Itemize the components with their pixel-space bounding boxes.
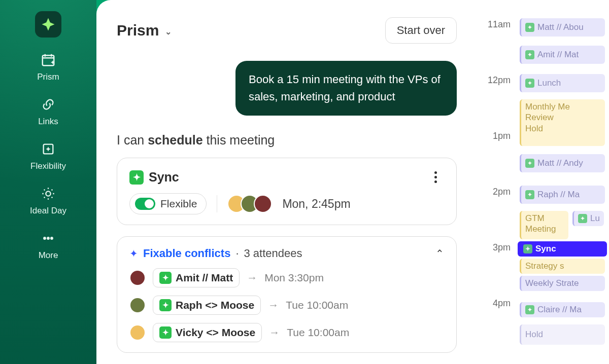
calendar-event[interactable]: Monthly MeReviewHold: [520, 99, 605, 146]
event-title: Matt // Abou: [537, 22, 584, 32]
user-message-bubble: Book a 15 min meeting with the VPs of sa…: [235, 61, 457, 116]
nav-label: Ideal Day: [30, 206, 66, 216]
nav-prism[interactable]: Prism: [37, 52, 59, 82]
avatar: [129, 270, 146, 286]
calendar-event[interactable]: GTMMeeting: [520, 211, 568, 239]
svg-point-3: [44, 237, 46, 240]
calendar-event[interactable]: Hold: [520, 324, 605, 345]
calendar-event[interactable]: ✦Lu: [572, 211, 604, 226]
separator: ·: [235, 247, 239, 260]
sparkle-badge-icon: ✦: [525, 79, 534, 88]
svg-point-5: [51, 237, 53, 240]
page-title: Prism: [117, 22, 159, 39]
calendar-preview: 11am12pm1pm2pm3pm4pm ✦Matt // Abou✦Amit …: [472, 0, 609, 364]
flexible-label: Flexible: [160, 198, 197, 210]
event-title: Lu: [590, 213, 600, 224]
more-dots-icon: [40, 230, 56, 246]
collapse-caret[interactable]: ⌃: [435, 247, 444, 260]
sparkle-badge-icon: ✦: [525, 23, 534, 32]
calendar-event[interactable]: ✦Amit // Mat: [520, 46, 605, 64]
divider: [217, 195, 217, 212]
sparkle-square-icon: [40, 141, 56, 157]
event-title: Raph // Ma: [537, 190, 580, 200]
conflict-event-pill: ✦Raph <> Moose: [153, 296, 261, 315]
calendar-event[interactable]: ✦Lunch: [520, 74, 605, 92]
arrow-right-icon: →: [247, 272, 257, 284]
event-title: Review: [525, 112, 601, 123]
sparkle-icon: ✦: [129, 247, 138, 260]
event-title: Lunch: [537, 78, 561, 88]
event-title: Monthly Me: [525, 101, 601, 112]
sidebar: Prism Links Flexibility Ideal Day More: [0, 0, 96, 364]
kebab-menu[interactable]: [427, 168, 444, 186]
calendar-event[interactable]: ✦Matt // Andy: [520, 154, 605, 172]
sparkle-badge-icon: ✦: [525, 305, 534, 314]
conflict-event-pill: ✦Amit // Matt: [153, 268, 240, 287]
nav-label: Links: [38, 117, 58, 127]
nav-links[interactable]: Links: [38, 96, 58, 127]
conflict-new-time: Tue 10:00am: [286, 299, 348, 311]
event-title: Hold: [525, 330, 543, 340]
main-panel: Prism ⌄ Start over Book a 15 min meeting…: [96, 0, 472, 364]
conflict-new-time: Tue 10:00am: [287, 326, 349, 339]
assistant-response-line: I can schedule this meeting: [117, 133, 457, 148]
avatar: [129, 297, 146, 313]
event-title: Weekly Strate: [525, 278, 579, 288]
sparkle-badge-icon: ✦: [578, 214, 587, 223]
calendar-event[interactable]: ✦Matt // Abou: [520, 18, 605, 37]
avatar: [129, 324, 146, 341]
proposal-title: Sync: [149, 170, 179, 185]
hour-label: 12pm: [472, 74, 519, 86]
nav-more[interactable]: More: [39, 230, 58, 261]
sparkle-badge-icon: ✦: [525, 159, 534, 168]
calendar-event[interactable]: Weekly Strate: [520, 276, 605, 291]
sparkle-badge-icon: ✦: [159, 272, 172, 284]
calendar-events: ✦Matt // Abou✦Amit // Mat✦LunchMonthly M…: [520, 18, 609, 364]
nav-label: More: [39, 250, 58, 261]
svg-point-2: [46, 191, 50, 196]
sparkle-badge-icon: ✦: [129, 170, 144, 185]
fixable-conflicts-link[interactable]: Fixable conflicts: [143, 247, 230, 260]
conflict-row[interactable]: ✦Vicky <> Moose→Tue 10:00am: [129, 323, 444, 342]
hour-label: 4pm: [472, 297, 519, 309]
event-title: Claire // Ma: [537, 305, 582, 315]
calendar-event[interactable]: ✦Sync: [518, 241, 607, 257]
event-title: Matt // Andy: [537, 158, 583, 168]
sparkle-badge-icon: ✦: [523, 244, 532, 253]
calendar-sparkle-icon: [40, 52, 56, 68]
start-over-button[interactable]: Start over: [385, 17, 457, 44]
conflict-row[interactable]: ✦Raph <> Moose→Tue 10:00am: [129, 296, 444, 315]
attendee-avatars[interactable]: [227, 195, 272, 213]
sparkle-badge-icon: ✦: [159, 299, 172, 311]
nav-flexibility[interactable]: Flexibility: [30, 141, 66, 171]
link-icon: [40, 96, 56, 113]
event-title: Hold: [525, 123, 601, 134]
hour-label: 3pm: [472, 241, 519, 253]
workspace-switcher[interactable]: Prism ⌄: [117, 22, 172, 39]
nav-label: Flexibility: [30, 161, 66, 171]
nav-ideal-day[interactable]: Ideal Day: [30, 186, 66, 216]
svg-rect-0: [43, 55, 54, 65]
arrow-right-icon: →: [269, 326, 280, 339]
conflict-new-time: Mon 3:30pm: [264, 272, 324, 284]
event-title: Sync: [535, 244, 556, 254]
hour-label: 11am: [472, 18, 519, 30]
arrow-right-icon: →: [268, 299, 279, 311]
flexible-toggle[interactable]: Flexible: [129, 193, 207, 214]
conflict-row[interactable]: ✦Amit // Matt→Mon 3:30pm: [129, 268, 444, 287]
svg-point-4: [47, 237, 50, 240]
chevron-down-icon: ⌄: [165, 27, 172, 37]
event-title: Amit // Mat: [537, 50, 579, 60]
sparkle-badge-icon: ✦: [159, 326, 172, 339]
calendar-event[interactable]: Strategy s: [520, 259, 605, 274]
toggle-on-icon: [135, 198, 155, 210]
attendee-count: 3 attendees: [244, 247, 302, 260]
sparkle-badge-icon: ✦: [525, 50, 534, 59]
proposal-card: ✦ Sync Flexible Mon, 2:45pm: [117, 158, 457, 225]
conflict-event-name: Amit // Matt: [176, 272, 233, 284]
calendar-event[interactable]: ✦Claire // Ma: [520, 302, 605, 317]
sun-icon: [40, 186, 56, 202]
calendar-event[interactable]: ✦Raph // Ma: [520, 186, 605, 204]
sparkle-badge-icon: ✦: [525, 190, 534, 199]
event-title: Meeting: [525, 224, 564, 234]
